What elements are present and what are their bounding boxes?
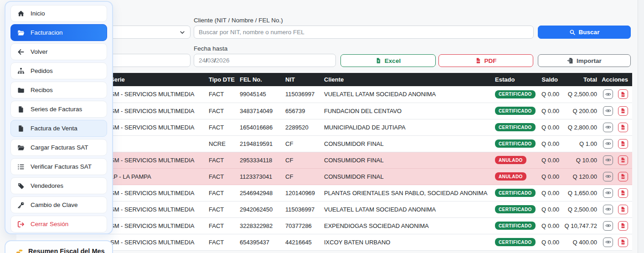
view-invoice-button[interactable] bbox=[603, 89, 613, 99]
sidebar-item-pedidos[interactable]: Pedidos bbox=[10, 62, 107, 79]
page-right-margin bbox=[638, 0, 644, 253]
status-badge: CERTIFICADO bbox=[495, 90, 536, 98]
cell-acciones bbox=[599, 119, 632, 135]
cell-estado: CERTIFICADO bbox=[492, 217, 539, 234]
cell-estado: ANULADO bbox=[492, 152, 539, 168]
cell-tipo-dte: FACT bbox=[206, 86, 237, 103]
sidebar-item-series-de-facturas[interactable]: Series de Facturas bbox=[10, 101, 107, 118]
sidebar-item-cargar-facturas-sat[interactable]: Cargar Facturas SAT bbox=[10, 139, 107, 156]
status-badge: CERTIFICADO bbox=[495, 205, 536, 213]
file-pdf-icon bbox=[620, 124, 626, 130]
file-pdf-icon bbox=[475, 57, 481, 64]
eye-icon bbox=[605, 206, 612, 212]
invoice-pdf-button[interactable] bbox=[618, 221, 628, 231]
cell-acciones bbox=[599, 201, 632, 217]
sidebar-item-recibos[interactable]: Recibos bbox=[10, 82, 107, 98]
cell-fel-no: 654395437 bbox=[237, 234, 283, 250]
column-header-cliente: Cliente bbox=[321, 73, 492, 86]
view-invoice-button[interactable] bbox=[603, 139, 613, 149]
cell-acciones bbox=[599, 234, 632, 250]
status-badge: CERTIFICADO bbox=[495, 123, 536, 131]
cell-saldo: Q 0.00 bbox=[539, 135, 561, 152]
sidebar-item-factura-de-venta[interactable]: Factura de Venta bbox=[10, 120, 107, 137]
cell-nit: 44216645 bbox=[283, 234, 321, 250]
sidebar-item-cambio-de-clave[interactable]: Cambio de Clave bbox=[10, 196, 107, 213]
fiscal-summary-card: Resumen Fiscal del Mes bbox=[5, 240, 113, 253]
sidebar-item-cerrar-sesion[interactable]: Cerrar Sesión bbox=[10, 216, 107, 232]
cell-total: Q 10,747.72 bbox=[561, 217, 599, 234]
sidebar-item-inicio[interactable]: Inicio bbox=[10, 5, 107, 22]
cell-cliente: FUNDACION DEL CENTAVO bbox=[321, 103, 492, 119]
cell-estado: CERTIFICADO bbox=[492, 234, 539, 250]
cell-estado: CERTIFICADO bbox=[492, 135, 539, 152]
view-invoice-button[interactable] bbox=[603, 238, 613, 247]
cell-saldo: Q 0.00 bbox=[539, 152, 561, 168]
invoice-pdf-button[interactable] bbox=[618, 238, 628, 247]
export-excel-button[interactable]: Excel bbox=[340, 54, 436, 67]
cell-total: Q 10.00 bbox=[561, 152, 599, 168]
client-search-input[interactable] bbox=[194, 26, 534, 39]
sidebar-item-volver[interactable]: Volver bbox=[10, 43, 107, 60]
view-invoice-button[interactable] bbox=[603, 155, 613, 165]
view-invoice-button[interactable] bbox=[603, 123, 613, 132]
invoice-pdf-button[interactable] bbox=[618, 155, 628, 165]
cell-nit: 115036997 bbox=[283, 86, 321, 103]
cell-nit: 656739 bbox=[283, 103, 321, 119]
view-invoice-button[interactable] bbox=[603, 106, 613, 116]
sidebar-item-facturacion[interactable]: Facturacion bbox=[10, 24, 107, 41]
view-invoice-button[interactable] bbox=[603, 205, 613, 214]
cell-total: Q 1.00 bbox=[561, 135, 599, 152]
import-button[interactable]: Importar bbox=[538, 54, 631, 67]
status-badge: CERTIFICADO bbox=[495, 238, 536, 246]
invoice-pdf-button[interactable] bbox=[618, 188, 628, 198]
invoice-pdf-button[interactable] bbox=[618, 139, 628, 149]
file-icon bbox=[17, 125, 25, 132]
column-header-tipo-dte: Tipo DTE bbox=[206, 73, 237, 86]
client-filter-label: Cliente (NIT / Nombre / FEL No.) bbox=[194, 17, 283, 24]
sign-out-icon bbox=[17, 221, 25, 228]
folder-icon bbox=[17, 87, 25, 94]
eye-icon bbox=[605, 173, 612, 180]
view-invoice-button[interactable] bbox=[603, 221, 613, 231]
key-icon bbox=[17, 201, 25, 209]
cell-saldo: Q 0.00 bbox=[539, 217, 561, 234]
cell-estado: CERTIFICADO bbox=[492, 119, 539, 135]
sidebar-item-verificar-facturas-sat[interactable]: Verificar Facturas SAT bbox=[10, 158, 107, 175]
file-pdf-icon bbox=[620, 140, 626, 147]
file-import-icon bbox=[567, 57, 573, 64]
invoice-pdf-button[interactable] bbox=[618, 123, 628, 132]
cell-tipo-dte: FACT bbox=[206, 103, 237, 119]
status-badge: ANULADO bbox=[495, 156, 526, 164]
search-icon bbox=[569, 29, 576, 36]
view-invoice-button[interactable] bbox=[603, 172, 613, 181]
cell-acciones bbox=[599, 103, 632, 119]
cell-saldo: Q 0.00 bbox=[539, 201, 561, 217]
cell-cliente: VUELATEL LATAM SOCIEDAD ANONIMA bbox=[321, 86, 492, 103]
column-header-total: Total bbox=[561, 73, 599, 86]
sidebar-item-vendedores[interactable]: Vendedores bbox=[10, 177, 107, 194]
search-button[interactable]: Buscar bbox=[538, 26, 631, 39]
invoice-pdf-button[interactable] bbox=[618, 106, 628, 116]
cell-saldo: Q 0.00 bbox=[539, 234, 561, 250]
eye-icon bbox=[605, 190, 612, 196]
eye-icon bbox=[605, 239, 612, 245]
invoice-pdf-button[interactable] bbox=[618, 89, 628, 99]
file-pdf-icon bbox=[620, 190, 626, 196]
column-header-fel-no: FEL No. bbox=[237, 73, 283, 86]
invoice-pdf-button[interactable] bbox=[618, 205, 628, 214]
cell-saldo: Q 0.00 bbox=[539, 119, 561, 135]
cell-acciones bbox=[599, 168, 632, 185]
cell-acciones bbox=[599, 217, 632, 234]
view-invoice-button[interactable] bbox=[603, 188, 613, 198]
cell-estado: CERTIFICADO bbox=[492, 103, 539, 119]
export-pdf-button[interactable]: PDF bbox=[438, 54, 533, 67]
coins-icon bbox=[15, 248, 23, 253]
invoice-pdf-button[interactable] bbox=[618, 172, 628, 181]
cell-acciones bbox=[599, 185, 632, 201]
cell-tipo-dte: NCRE bbox=[206, 135, 237, 152]
eye-icon bbox=[605, 222, 612, 229]
status-badge: CERTIFICADO bbox=[495, 107, 536, 115]
eye-icon bbox=[605, 124, 612, 130]
fecha-hasta-input[interactable]: 24/03/2026 bbox=[194, 54, 336, 67]
arrow-left-icon bbox=[17, 48, 25, 56]
